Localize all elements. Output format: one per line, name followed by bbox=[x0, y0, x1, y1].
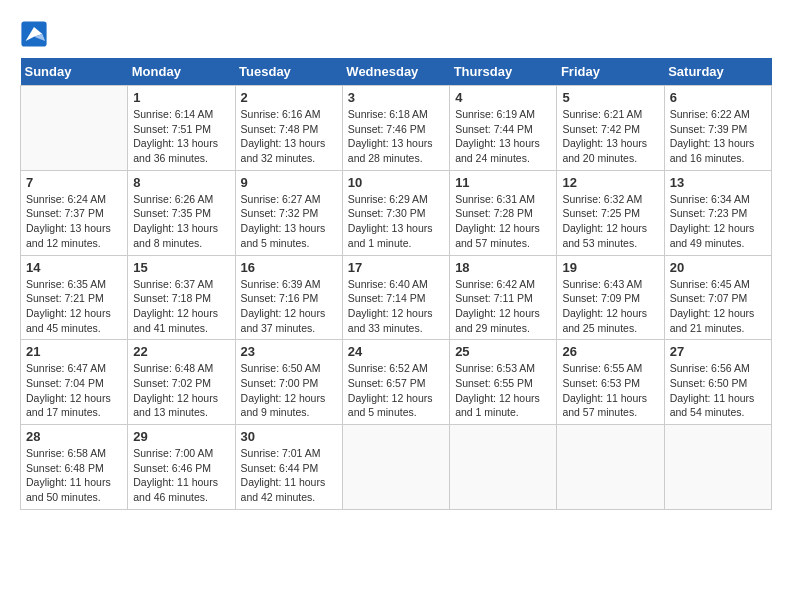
calendar-week-row: 14Sunrise: 6:35 AM Sunset: 7:21 PM Dayli… bbox=[21, 255, 772, 340]
calendar-cell: 16Sunrise: 6:39 AM Sunset: 7:16 PM Dayli… bbox=[235, 255, 342, 340]
day-number: 27 bbox=[670, 344, 766, 359]
day-number: 18 bbox=[455, 260, 551, 275]
calendar-cell: 23Sunrise: 6:50 AM Sunset: 7:00 PM Dayli… bbox=[235, 340, 342, 425]
day-info: Sunrise: 6:55 AM Sunset: 6:53 PM Dayligh… bbox=[562, 361, 658, 420]
calendar-cell: 19Sunrise: 6:43 AM Sunset: 7:09 PM Dayli… bbox=[557, 255, 664, 340]
day-info: Sunrise: 6:14 AM Sunset: 7:51 PM Dayligh… bbox=[133, 107, 229, 166]
calendar-cell: 13Sunrise: 6:34 AM Sunset: 7:23 PM Dayli… bbox=[664, 170, 771, 255]
calendar-cell: 6Sunrise: 6:22 AM Sunset: 7:39 PM Daylig… bbox=[664, 86, 771, 171]
calendar-cell: 27Sunrise: 6:56 AM Sunset: 6:50 PM Dayli… bbox=[664, 340, 771, 425]
calendar-cell: 2Sunrise: 6:16 AM Sunset: 7:48 PM Daylig… bbox=[235, 86, 342, 171]
day-info: Sunrise: 6:31 AM Sunset: 7:28 PM Dayligh… bbox=[455, 192, 551, 251]
day-info: Sunrise: 6:53 AM Sunset: 6:55 PM Dayligh… bbox=[455, 361, 551, 420]
calendar-cell: 20Sunrise: 6:45 AM Sunset: 7:07 PM Dayli… bbox=[664, 255, 771, 340]
calendar-cell: 12Sunrise: 6:32 AM Sunset: 7:25 PM Dayli… bbox=[557, 170, 664, 255]
day-info: Sunrise: 6:56 AM Sunset: 6:50 PM Dayligh… bbox=[670, 361, 766, 420]
column-header-saturday: Saturday bbox=[664, 58, 771, 86]
calendar-cell bbox=[664, 425, 771, 510]
calendar-header-row: SundayMondayTuesdayWednesdayThursdayFrid… bbox=[21, 58, 772, 86]
calendar-cell: 10Sunrise: 6:29 AM Sunset: 7:30 PM Dayli… bbox=[342, 170, 449, 255]
day-number: 10 bbox=[348, 175, 444, 190]
day-number: 19 bbox=[562, 260, 658, 275]
calendar-week-row: 21Sunrise: 6:47 AM Sunset: 7:04 PM Dayli… bbox=[21, 340, 772, 425]
day-info: Sunrise: 7:00 AM Sunset: 6:46 PM Dayligh… bbox=[133, 446, 229, 505]
day-number: 9 bbox=[241, 175, 337, 190]
day-number: 13 bbox=[670, 175, 766, 190]
day-info: Sunrise: 6:58 AM Sunset: 6:48 PM Dayligh… bbox=[26, 446, 122, 505]
day-info: Sunrise: 6:43 AM Sunset: 7:09 PM Dayligh… bbox=[562, 277, 658, 336]
calendar-cell: 17Sunrise: 6:40 AM Sunset: 7:14 PM Dayli… bbox=[342, 255, 449, 340]
day-number: 5 bbox=[562, 90, 658, 105]
day-info: Sunrise: 6:32 AM Sunset: 7:25 PM Dayligh… bbox=[562, 192, 658, 251]
day-info: Sunrise: 6:22 AM Sunset: 7:39 PM Dayligh… bbox=[670, 107, 766, 166]
day-number: 24 bbox=[348, 344, 444, 359]
day-info: Sunrise: 6:52 AM Sunset: 6:57 PM Dayligh… bbox=[348, 361, 444, 420]
day-info: Sunrise: 6:24 AM Sunset: 7:37 PM Dayligh… bbox=[26, 192, 122, 251]
day-number: 29 bbox=[133, 429, 229, 444]
day-info: Sunrise: 6:37 AM Sunset: 7:18 PM Dayligh… bbox=[133, 277, 229, 336]
calendar-cell: 11Sunrise: 6:31 AM Sunset: 7:28 PM Dayli… bbox=[450, 170, 557, 255]
day-info: Sunrise: 6:35 AM Sunset: 7:21 PM Dayligh… bbox=[26, 277, 122, 336]
day-info: Sunrise: 6:40 AM Sunset: 7:14 PM Dayligh… bbox=[348, 277, 444, 336]
calendar-cell: 25Sunrise: 6:53 AM Sunset: 6:55 PM Dayli… bbox=[450, 340, 557, 425]
day-info: Sunrise: 6:47 AM Sunset: 7:04 PM Dayligh… bbox=[26, 361, 122, 420]
calendar-cell: 5Sunrise: 6:21 AM Sunset: 7:42 PM Daylig… bbox=[557, 86, 664, 171]
calendar-cell: 29Sunrise: 7:00 AM Sunset: 6:46 PM Dayli… bbox=[128, 425, 235, 510]
day-info: Sunrise: 7:01 AM Sunset: 6:44 PM Dayligh… bbox=[241, 446, 337, 505]
day-info: Sunrise: 6:42 AM Sunset: 7:11 PM Dayligh… bbox=[455, 277, 551, 336]
column-header-monday: Monday bbox=[128, 58, 235, 86]
calendar-cell: 15Sunrise: 6:37 AM Sunset: 7:18 PM Dayli… bbox=[128, 255, 235, 340]
day-number: 4 bbox=[455, 90, 551, 105]
day-number: 8 bbox=[133, 175, 229, 190]
page-header bbox=[20, 20, 772, 48]
day-number: 7 bbox=[26, 175, 122, 190]
calendar-cell: 8Sunrise: 6:26 AM Sunset: 7:35 PM Daylig… bbox=[128, 170, 235, 255]
day-info: Sunrise: 6:21 AM Sunset: 7:42 PM Dayligh… bbox=[562, 107, 658, 166]
column-header-wednesday: Wednesday bbox=[342, 58, 449, 86]
calendar-cell: 3Sunrise: 6:18 AM Sunset: 7:46 PM Daylig… bbox=[342, 86, 449, 171]
day-number: 20 bbox=[670, 260, 766, 275]
day-number: 17 bbox=[348, 260, 444, 275]
calendar-cell: 30Sunrise: 7:01 AM Sunset: 6:44 PM Dayli… bbox=[235, 425, 342, 510]
day-number: 6 bbox=[670, 90, 766, 105]
calendar-cell: 18Sunrise: 6:42 AM Sunset: 7:11 PM Dayli… bbox=[450, 255, 557, 340]
calendar-cell: 22Sunrise: 6:48 AM Sunset: 7:02 PM Dayli… bbox=[128, 340, 235, 425]
calendar-table: SundayMondayTuesdayWednesdayThursdayFrid… bbox=[20, 58, 772, 510]
day-number: 26 bbox=[562, 344, 658, 359]
calendar-cell: 14Sunrise: 6:35 AM Sunset: 7:21 PM Dayli… bbox=[21, 255, 128, 340]
day-info: Sunrise: 6:19 AM Sunset: 7:44 PM Dayligh… bbox=[455, 107, 551, 166]
calendar-week-row: 28Sunrise: 6:58 AM Sunset: 6:48 PM Dayli… bbox=[21, 425, 772, 510]
day-number: 22 bbox=[133, 344, 229, 359]
logo bbox=[20, 20, 52, 48]
calendar-cell: 9Sunrise: 6:27 AM Sunset: 7:32 PM Daylig… bbox=[235, 170, 342, 255]
logo-icon bbox=[20, 20, 48, 48]
calendar-week-row: 1Sunrise: 6:14 AM Sunset: 7:51 PM Daylig… bbox=[21, 86, 772, 171]
day-info: Sunrise: 6:29 AM Sunset: 7:30 PM Dayligh… bbox=[348, 192, 444, 251]
calendar-cell: 26Sunrise: 6:55 AM Sunset: 6:53 PM Dayli… bbox=[557, 340, 664, 425]
day-number: 11 bbox=[455, 175, 551, 190]
day-number: 23 bbox=[241, 344, 337, 359]
day-info: Sunrise: 6:16 AM Sunset: 7:48 PM Dayligh… bbox=[241, 107, 337, 166]
calendar-cell bbox=[21, 86, 128, 171]
day-number: 14 bbox=[26, 260, 122, 275]
day-number: 28 bbox=[26, 429, 122, 444]
day-info: Sunrise: 6:26 AM Sunset: 7:35 PM Dayligh… bbox=[133, 192, 229, 251]
day-info: Sunrise: 6:39 AM Sunset: 7:16 PM Dayligh… bbox=[241, 277, 337, 336]
calendar-cell bbox=[450, 425, 557, 510]
day-number: 21 bbox=[26, 344, 122, 359]
day-number: 15 bbox=[133, 260, 229, 275]
day-info: Sunrise: 6:48 AM Sunset: 7:02 PM Dayligh… bbox=[133, 361, 229, 420]
day-info: Sunrise: 6:18 AM Sunset: 7:46 PM Dayligh… bbox=[348, 107, 444, 166]
day-number: 1 bbox=[133, 90, 229, 105]
day-number: 25 bbox=[455, 344, 551, 359]
column-header-friday: Friday bbox=[557, 58, 664, 86]
day-number: 16 bbox=[241, 260, 337, 275]
day-number: 30 bbox=[241, 429, 337, 444]
calendar-cell: 21Sunrise: 6:47 AM Sunset: 7:04 PM Dayli… bbox=[21, 340, 128, 425]
calendar-week-row: 7Sunrise: 6:24 AM Sunset: 7:37 PM Daylig… bbox=[21, 170, 772, 255]
day-number: 3 bbox=[348, 90, 444, 105]
day-info: Sunrise: 6:50 AM Sunset: 7:00 PM Dayligh… bbox=[241, 361, 337, 420]
calendar-cell: 24Sunrise: 6:52 AM Sunset: 6:57 PM Dayli… bbox=[342, 340, 449, 425]
calendar-cell: 7Sunrise: 6:24 AM Sunset: 7:37 PM Daylig… bbox=[21, 170, 128, 255]
day-number: 2 bbox=[241, 90, 337, 105]
